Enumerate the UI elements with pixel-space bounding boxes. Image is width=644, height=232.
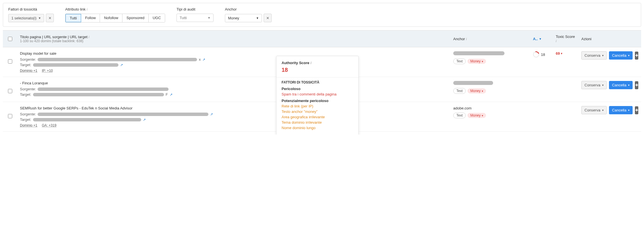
chevron-down-icon: ▼ [539, 37, 542, 40]
chevron-down-icon: ▾ [628, 84, 629, 87]
external-link-icon[interactable]: ↗ [143, 118, 146, 122]
comment-button[interactable]: ✚ [635, 52, 638, 60]
comment-button[interactable]: ✚ [635, 106, 638, 114]
source-url-line: Sorgente: [20, 87, 448, 91]
popover-as-value: 18 [282, 67, 353, 73]
row-checkbox[interactable] [8, 59, 12, 64]
header-anchor: Anchor i [450, 35, 530, 43]
info-icon[interactable]: i [466, 37, 467, 41]
redacted-url [38, 58, 197, 61]
comment-button[interactable]: ✚ [635, 81, 638, 89]
filters-panel: Fattori di tossicità 1 selezionato(i) ▼ … [3, 3, 641, 27]
page-title: SEMRush for better Google SERPs - EduTek… [20, 106, 448, 110]
chevron-down-icon: ▾ [628, 54, 629, 57]
target-url-line: Target: ↗ [20, 63, 448, 67]
info-icon[interactable]: i [89, 35, 89, 39]
external-link-icon[interactable]: ↗ [210, 112, 213, 116]
popover-danger-item: Spam tra i commenti della pagina [282, 92, 353, 96]
delete-button[interactable]: Cancella ▾ [609, 106, 633, 114]
ga-count-link[interactable]: GA: +319 [42, 123, 56, 127]
row-checkbox[interactable] [8, 114, 12, 118]
row-checkbox[interactable] [8, 89, 12, 93]
popover-as-label: Authority Score i [282, 61, 353, 65]
link-attr-follow[interactable]: Follow [81, 14, 100, 22]
toxic-score-cell[interactable]: 69 ▾ [553, 51, 579, 56]
external-link-icon[interactable]: ↗ [120, 63, 123, 67]
link-attr-segmented: Tutti Follow Nofollow Sponsored UGC [65, 14, 165, 23]
chevron-down-icon: ▾ [482, 114, 483, 117]
link-attr-ugc[interactable]: UGC [149, 14, 165, 22]
header-toxic-score: Toxic Score i [553, 33, 579, 45]
filter-link-attr: Attributo link i Tutti Follow Nofollow S… [65, 7, 165, 23]
chevron-down-icon: ▼ [256, 17, 259, 20]
redacted-anchor [453, 81, 493, 85]
chevron-down-icon: ▾ [482, 89, 483, 93]
as-value: 18 [541, 52, 545, 57]
domain-count-link[interactable]: Dominio +1 [20, 69, 37, 73]
popover-section-title: Fattori di tossicità [282, 80, 353, 84]
anchor-clear-button[interactable]: ✕ [264, 14, 272, 22]
info-icon[interactable]: i [311, 61, 311, 65]
redacted-url [38, 87, 169, 91]
filter-anchor-label: Anchor [225, 7, 272, 11]
chevron-down-icon: ▾ [628, 109, 629, 112]
delete-button[interactable]: Cancella ▾ [609, 81, 633, 89]
close-icon: ✕ [48, 16, 52, 20]
anchor-tag-money[interactable]: Money ▾ [467, 59, 486, 64]
external-link-icon[interactable]: ↗ [202, 58, 205, 62]
toxicity-dropdown[interactable]: 1 selezionato(i) ▼ [8, 14, 44, 22]
chevron-down-icon: ▾ [602, 84, 604, 87]
chevron-down-icon: ▾ [561, 52, 562, 55]
anchor-tag-text: Text [453, 58, 466, 64]
header-authority-score[interactable]: A.. ▼ [530, 35, 553, 43]
keep-button[interactable]: Conserva ▾ [581, 51, 607, 60]
info-icon[interactable]: i [87, 7, 88, 11]
comment-icon: ✚ [635, 53, 638, 58]
anchor-selected: Money [228, 16, 239, 20]
external-link-icon[interactable]: ↗ [170, 93, 173, 97]
anchor-tag-money[interactable]: Money ▾ [467, 113, 486, 118]
audit-types-dropdown[interactable]: Tutti ▼ [177, 14, 214, 22]
table-row: Display model for sale Sorgente: x ↗ Tar… [3, 47, 641, 77]
source-url-line: Sorgente: x ↗ [20, 57, 448, 62]
domain-count-link[interactable]: Dominio +1 [20, 123, 37, 127]
keep-button[interactable]: Conserva ▾ [581, 106, 607, 114]
page-title: Display model for sale [20, 51, 448, 56]
table-header: Titolo pagina | URL sorgente | URL targe… [3, 30, 641, 47]
link-attr-nofollow[interactable]: Nofollow [100, 14, 122, 22]
chevron-down-icon: ▼ [38, 17, 41, 20]
redacted-url [38, 113, 208, 116]
info-icon[interactable]: i [556, 39, 557, 43]
link-attr-sponsored[interactable]: Sponsored [122, 14, 149, 22]
toxicity-clear-button[interactable]: ✕ [46, 14, 54, 22]
source-url-line: Sorgente: ↗ [20, 112, 448, 116]
anchor-tag-text: Text [453, 113, 466, 118]
filter-audit-types: Tipi di audit Tutti ▼ [177, 7, 214, 23]
popover-warn-item: Testo anchor "money" [282, 109, 353, 114]
popover-warn-item: Tema dominio irrilevante [282, 120, 353, 125]
header-subtitle: 1-100 su 420 domini (totale backlink: 63… [20, 39, 448, 43]
link-attr-tutti[interactable]: Tutti [65, 14, 81, 22]
target-url-line: Target: F ↗ [20, 92, 448, 97]
delete-button[interactable]: Cancella ▾ [609, 51, 633, 60]
anchor-dropdown[interactable]: Money ▼ [225, 14, 262, 22]
popover-potential-label: Potenzialmente pericoloso [282, 99, 353, 103]
redacted-url [33, 63, 118, 67]
popover-warn-item: Area geografica irrilevante [282, 115, 353, 119]
popover-warn-item: Rete di link (per IP) [282, 104, 353, 108]
filter-toxicity: Fattori di tossicità 1 selezionato(i) ▼ … [8, 7, 54, 23]
select-all-checkbox[interactable] [8, 37, 12, 41]
page-title: - Finca Loranque [20, 81, 448, 85]
filter-anchor: Anchor Money ▼ ✕ [225, 7, 272, 23]
popover-warn-item: Nome dominio lungo [282, 126, 353, 130]
keep-button[interactable]: Conserva ▾ [581, 81, 607, 89]
redacted-url [33, 118, 141, 121]
ip-count-link[interactable]: IP: +10 [42, 69, 53, 73]
target-url-line: Target: ↗ [20, 117, 448, 122]
anchor-tag-money[interactable]: Money ▾ [467, 88, 486, 93]
filter-toxicity-label: Fattori di tossicità [8, 7, 54, 11]
comment-icon: ✚ [635, 108, 638, 112]
chevron-down-icon: ▾ [602, 54, 604, 57]
popover-dangerous-label: Pericoloso [282, 87, 353, 91]
audit-types-selected: Tutti [180, 16, 187, 20]
